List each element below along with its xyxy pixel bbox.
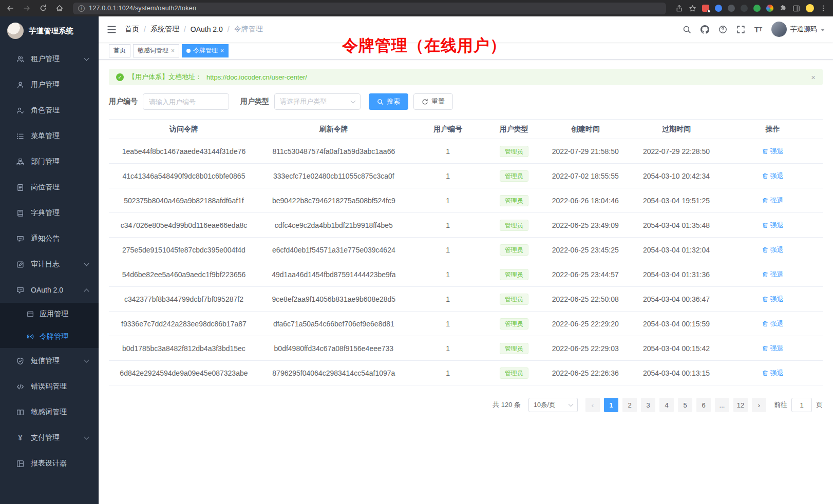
sidebar-item-user[interactable]: 用户管理 [0, 72, 99, 98]
delete-icon [762, 296, 768, 302]
cell-access-token: 275e5de9151045fe87cbdc395e004f4d [109, 238, 259, 262]
reset-button[interactable]: 重置 [413, 93, 453, 110]
extension-icon-blue[interactable] [715, 5, 722, 12]
sidebar-item-oauth-token[interactable]: 令牌管理 [0, 325, 99, 348]
breadcrumb-current: 令牌管理 [234, 25, 263, 34]
cell-user-type: 管理员 [487, 164, 541, 188]
force-logout-button[interactable]: 强退 [762, 196, 784, 205]
extension-icon-red[interactable] [702, 5, 709, 12]
tab-home[interactable]: 首页 [109, 44, 130, 57]
close-icon[interactable]: × [171, 48, 175, 54]
page-button-6[interactable]: 6 [696, 398, 711, 412]
force-logout-button[interactable]: 强退 [762, 344, 784, 353]
delete-icon [762, 222, 768, 228]
page-button-3[interactable]: 3 [641, 398, 655, 412]
browser-address-bar[interactable]: i 127.0.0.1:1024/system/oauth2/token [73, 3, 666, 14]
breadcrumb-oauth[interactable]: OAuth 2.0 [191, 25, 223, 33]
force-logout-button[interactable]: 强退 [762, 270, 784, 279]
yen-icon: ¥ [16, 434, 24, 442]
user-id-input[interactable] [143, 93, 229, 110]
sidebar-item-tenant[interactable]: 租户管理 [0, 46, 99, 72]
force-logout-button[interactable]: 强退 [762, 147, 784, 156]
split-view-icon[interactable] [792, 5, 800, 12]
next-page-button[interactable]: › [752, 398, 766, 412]
page-size-select[interactable]: 10条/页 [528, 398, 578, 412]
sidebar-item-sms[interactable]: 短信管理 [0, 348, 99, 374]
hamburger-icon[interactable] [107, 25, 117, 34]
page-button-12[interactable]: 12 [733, 398, 748, 412]
table-row: c347026e805e4d99b0d116eae66eda8c cdfc4ce… [109, 213, 823, 238]
tab-sensitive-word[interactable]: 敏感词管理 × [133, 44, 179, 57]
sidebar-item-role[interactable]: 角色管理 [0, 98, 99, 123]
cell-expire-time: 2054-03-04 00:13:15 [630, 361, 723, 385]
page-button-5[interactable]: 5 [678, 398, 692, 412]
force-logout-button[interactable]: 强退 [762, 221, 784, 230]
browser-toolbar-right [675, 4, 827, 12]
sidebar-item-label: 通知公告 [31, 234, 60, 243]
sidebar-item-report-designer[interactable]: 报表设计器 [0, 451, 99, 476]
sidebar-item-audit-log[interactable]: 审计日志 [0, 251, 99, 277]
user-avatar [771, 22, 787, 37]
sidebar-item-menu[interactable]: 菜单管理 [0, 123, 99, 149]
sidebar-item-notice[interactable]: 通知公告 [0, 226, 99, 251]
cell-expire-time: 2054-03-10 20:42:34 [630, 164, 723, 188]
sidebar-item-post[interactable]: 岗位管理 [0, 175, 99, 200]
user-type-select[interactable]: 请选择用户类型 [274, 93, 361, 110]
search-icon[interactable] [683, 25, 691, 34]
extension-icon-dark2[interactable] [741, 5, 748, 12]
sidebar-item-errcode[interactable]: 错误码管理 [0, 374, 99, 399]
delete-icon [762, 272, 768, 278]
force-logout-button[interactable]: 强退 [762, 171, 784, 181]
github-icon[interactable] [701, 25, 709, 34]
page-button-2[interactable]: 2 [622, 398, 637, 412]
force-logout-label: 强退 [770, 196, 784, 205]
bookmark-star-icon[interactable] [689, 5, 696, 12]
doc-link[interactable]: https://doc.iocoder.cn/user-center/ [206, 73, 307, 81]
profile-avatar-icon[interactable] [806, 4, 814, 12]
app-logo[interactable]: 芋道管理系统 [0, 16, 99, 45]
font-size-icon[interactable]: TT [754, 25, 762, 34]
tab-token[interactable]: 令牌管理 × [182, 44, 229, 57]
cell-expire-time: 2054-03-04 01:35:48 [630, 213, 723, 238]
extension-icon-dark1[interactable] [728, 5, 735, 12]
sidebar-item-label: 审计日志 [31, 260, 60, 269]
force-logout-button[interactable]: 强退 [762, 295, 784, 304]
goto-page-input[interactable] [791, 398, 812, 412]
extension-icon-color[interactable] [766, 5, 773, 12]
sidebar-item-dept[interactable]: 部门管理 [0, 149, 99, 175]
close-icon[interactable]: × [220, 48, 224, 54]
help-icon[interactable] [718, 25, 727, 34]
alert-close-icon[interactable]: × [811, 73, 816, 81]
force-logout-button[interactable]: 强退 [762, 369, 784, 378]
sidebar-item-dict[interactable]: 字典管理 [0, 200, 99, 226]
sidebar-item-sensitive-word[interactable]: 敏感词管理 [0, 399, 99, 425]
annotation-text: 令牌管理（在线用户） [342, 35, 506, 56]
fullscreen-icon[interactable] [736, 25, 745, 34]
sidebar-item-oauth[interactable]: OAuth 2.0 [0, 277, 99, 303]
home-icon[interactable] [55, 4, 64, 12]
more-menu-icon[interactable] [820, 5, 827, 12]
page-button-4[interactable]: 4 [659, 398, 674, 412]
page-info-icon[interactable]: i [78, 5, 85, 12]
share-icon[interactable] [675, 5, 683, 12]
back-icon[interactable] [6, 4, 14, 12]
more-pages-button[interactable]: ... [715, 398, 729, 412]
prev-page-button[interactable]: ‹ [585, 398, 600, 412]
search-button[interactable]: 搜索 [369, 93, 408, 110]
breadcrumb-system[interactable]: 系统管理 [150, 25, 179, 34]
extension-icon-green[interactable] [753, 5, 761, 12]
total-count: 共 120 条 [493, 400, 521, 410]
page-button-1[interactable]: 1 [604, 398, 618, 412]
extensions-puzzle-icon[interactable] [779, 5, 787, 12]
table-row: 6d842e2924594de9a09e45e087323abe 8796295… [109, 361, 823, 385]
reload-icon[interactable] [39, 4, 47, 12]
user-menu[interactable]: 芋道源码 [771, 22, 825, 37]
forward-icon[interactable] [23, 4, 31, 12]
sidebar-item-oauth-app[interactable]: 应用管理 [0, 303, 99, 325]
force-logout-button[interactable]: 强退 [762, 245, 784, 255]
sidebar-item-pay[interactable]: ¥ 支付管理 [0, 425, 99, 451]
cell-user-id: 1 [409, 361, 487, 385]
token-table: 访问令牌 刷新令牌 用户编号 用户类型 创建时间 过期时间 操作 1ea5e44… [109, 119, 823, 385]
force-logout-button[interactable]: 强退 [762, 319, 784, 328]
breadcrumb-home[interactable]: 首页 [125, 25, 139, 34]
